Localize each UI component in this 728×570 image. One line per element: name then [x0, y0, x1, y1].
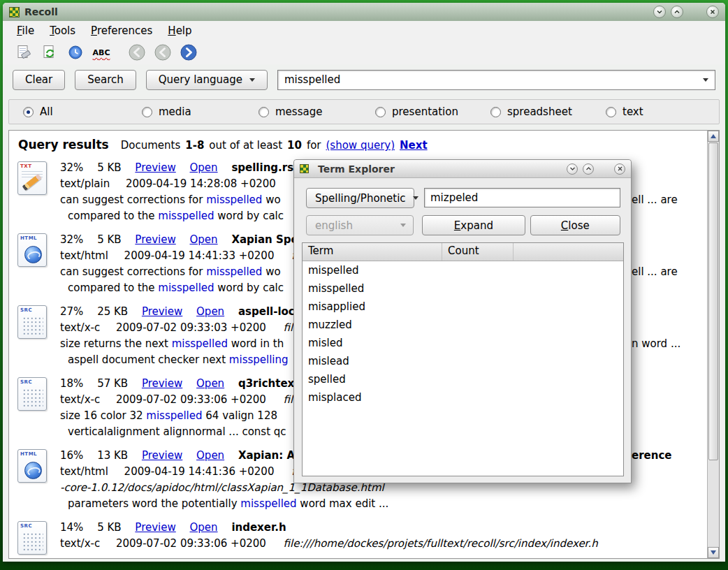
scrollbar-thumb[interactable]	[708, 142, 718, 460]
clock-icon[interactable]	[66, 43, 85, 62]
radio-icon	[375, 107, 386, 117]
close-button[interactable]: Close	[530, 215, 620, 235]
file-type-icon-source: SRC	[17, 521, 47, 555]
back-icon[interactable]	[153, 43, 173, 62]
dialog-titlebar[interactable]: Term Explorer	[294, 160, 631, 178]
dialog-title: Term Explorer	[318, 163, 395, 175]
source-dots-icon	[22, 316, 43, 335]
next-page-link[interactable]: Next	[400, 139, 428, 152]
term-table-header[interactable]: Term Count	[303, 243, 623, 261]
scroll-up-icon[interactable]	[708, 131, 719, 142]
column-count[interactable]: Count	[442, 243, 514, 261]
preview-link[interactable]: Preview	[135, 233, 175, 246]
spellcheck-icon[interactable]: ABC	[92, 43, 111, 62]
expand-button[interactable]: Expand	[422, 215, 525, 235]
result-title: indexer.h	[231, 521, 286, 534]
maximize-icon[interactable]	[583, 163, 594, 175]
first-page-icon[interactable]	[127, 43, 147, 62]
clear-button[interactable]: Clear	[13, 70, 65, 90]
term-explorer-row1: Spelling/Phonetic	[306, 188, 620, 208]
open-link[interactable]: Open	[190, 521, 218, 534]
term-input[interactable]	[424, 188, 620, 207]
file-type-icon-source: SRC	[17, 305, 47, 339]
show-query-link[interactable]: (show query)	[326, 139, 395, 152]
term-row[interactable]: mispelled	[303, 261, 623, 279]
match-type-select[interactable]: Spelling/Phonetic	[306, 188, 414, 208]
filter-presentation[interactable]: presentation	[375, 105, 458, 118]
result-meta-line: text/x-c 2009-07-02 09:33:06 +0200 file:…	[60, 536, 707, 552]
close-icon[interactable]	[614, 163, 625, 175]
scroll-down-icon[interactable]	[708, 547, 719, 558]
open-link[interactable]: Open	[190, 233, 218, 246]
search-button[interactable]: Search	[75, 70, 136, 90]
vertical-scrollbar[interactable]	[707, 131, 719, 558]
minimize-icon[interactable]	[567, 163, 578, 175]
clear-search-icon[interactable]	[14, 43, 34, 62]
menu-file[interactable]: File	[10, 22, 41, 39]
minimize-icon[interactable]	[653, 6, 666, 18]
window-controls	[653, 6, 719, 18]
term-row[interactable]: muzzled	[303, 316, 623, 334]
recoll-app-icon	[300, 164, 309, 173]
menu-preferences[interactable]: Preferences	[84, 22, 159, 39]
term-explorer-row2: english Expand Close	[306, 215, 620, 235]
file-type-icon-source: SRC	[17, 377, 47, 411]
desktop: Recoll File Tools Preferences Help	[0, 0, 728, 570]
recoll-app-icon	[9, 7, 20, 17]
term-row[interactable]: mislead	[303, 352, 623, 370]
filter-spreadsheet[interactable]: spreadsheet	[490, 105, 572, 118]
query-input[interactable]	[284, 73, 696, 86]
open-link[interactable]: Open	[190, 161, 218, 174]
term-row[interactable]: misplaced	[303, 388, 623, 407]
term-row[interactable]: misspelled	[303, 279, 623, 298]
forward-icon[interactable]	[179, 43, 198, 62]
result-snippet-line: parameters word the potentially misspell…	[60, 496, 707, 512]
preview-link[interactable]: Preview	[142, 449, 182, 462]
source-dots-icon	[22, 532, 43, 551]
preview-link[interactable]: Preview	[142, 305, 182, 318]
filter-media[interactable]: media	[142, 105, 191, 118]
preview-link[interactable]: Preview	[135, 521, 175, 534]
query-combobox[interactable]	[277, 70, 715, 90]
open-link[interactable]: Open	[196, 305, 224, 318]
open-link[interactable]: Open	[196, 449, 224, 462]
result-title: spelling.rst	[231, 161, 298, 174]
close-icon[interactable]	[706, 6, 719, 18]
open-link[interactable]: Open	[196, 377, 224, 390]
language-select[interactable]: english	[306, 215, 414, 235]
filter-all[interactable]: All	[23, 105, 53, 118]
file-type-icon-text: TXT	[17, 161, 47, 195]
term-table: Term Count mispelled misspelled misappli…	[302, 242, 624, 476]
update-index-icon[interactable]	[40, 43, 59, 62]
preview-link[interactable]: Preview	[135, 161, 175, 174]
menu-tools[interactable]: Tools	[43, 22, 82, 39]
menubar: File Tools Preferences Help	[3, 21, 725, 41]
search-row: Clear Search Query language	[3, 67, 725, 92]
radio-icon	[606, 107, 616, 117]
globe-icon	[24, 246, 42, 263]
chevron-down-icon[interactable]	[703, 78, 708, 82]
menu-help[interactable]: Help	[161, 22, 198, 39]
column-term[interactable]: Term	[303, 243, 442, 261]
term-row[interactable]: spelled	[303, 370, 623, 388]
filter-bar: All media message presentation spreadshe…	[8, 99, 720, 124]
term-row[interactable]: misled	[303, 334, 623, 352]
titlebar[interactable]: Recoll	[3, 3, 725, 21]
page-title: Query results	[18, 138, 109, 152]
term-row[interactable]: misapplied	[303, 298, 623, 316]
filter-message[interactable]: message	[259, 105, 322, 118]
radio-icon	[490, 107, 501, 117]
file-type-icon-html: HTML	[17, 233, 47, 267]
radio-icon	[259, 107, 269, 117]
maximize-icon[interactable]	[671, 6, 683, 18]
toolbar: ABC	[3, 41, 725, 64]
file-type-icon-html: HTML	[17, 449, 47, 483]
term-table-body: mispelled misspelled misapplied muzzled …	[303, 261, 623, 407]
term-explorer-dialog: Term Explorer Spelling/Phonetic	[293, 159, 632, 483]
filter-text[interactable]: text	[606, 105, 643, 118]
preview-link[interactable]: Preview	[142, 377, 182, 390]
chevron-down-icon	[400, 224, 406, 227]
query-language-select[interactable]: Query language	[146, 70, 268, 90]
radio-icon	[142, 107, 152, 117]
dialog-controls	[567, 163, 625, 175]
